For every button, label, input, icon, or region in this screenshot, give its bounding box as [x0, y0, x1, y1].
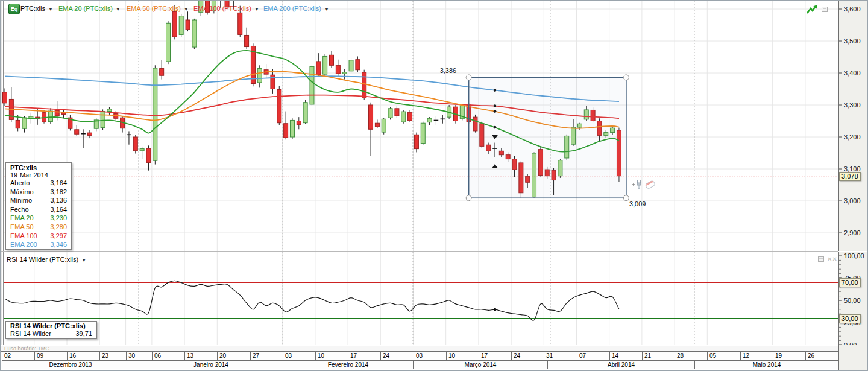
candle-body [146, 148, 151, 162]
week-tick: 26 [805, 352, 838, 360]
week-tick: 27 [250, 352, 283, 360]
selection-handle[interactable] [466, 195, 471, 201]
week-tick: 09 [34, 352, 67, 360]
chevron-down-icon[interactable]: ▼ [48, 7, 53, 12]
candle-body [245, 35, 249, 46]
svg-text:3,600: 3,600 [844, 5, 861, 13]
candle-body [140, 149, 144, 151]
restore-panel-icon[interactable] [818, 256, 824, 262]
series-toggle-20[interactable]: EMA 20 (PTC:xlis)▼ [58, 5, 121, 12]
series-label: EMA 50 (PTC:xlis) [127, 5, 181, 12]
candle-body [16, 120, 20, 128]
panel-divider[interactable] [1, 251, 838, 252]
candle-body [257, 69, 262, 83]
week-tick: 20 [217, 352, 250, 360]
rsi-axis[interactable]: 100,0075,0050,0025,000,00 [838, 252, 868, 345]
last-price-tag: 3,078 [839, 172, 861, 181]
symbol-selector[interactable]: PTC:xlis▼ [20, 5, 53, 12]
candle-body [87, 133, 92, 135]
svg-text:3,400: 3,400 [844, 69, 861, 77]
candle-body [192, 20, 197, 47]
eraser-icon[interactable] [645, 180, 655, 189]
week-tick: 10 [315, 352, 348, 360]
week-tick: 19 [773, 352, 805, 360]
rsi-value-dot [494, 308, 497, 311]
main-chart-canvas[interactable] [1, 1, 838, 251]
chevron-down-icon[interactable]: ▼ [184, 7, 189, 12]
svg-text:3,500: 3,500 [844, 37, 861, 45]
series-label: EMA 200 (PTC:xlis) [263, 5, 321, 12]
timezone-status: Fuso horário: TMG [1, 346, 838, 351]
price-axis[interactable]: 3,6003,5003,4003,3003,2003,1003,0002,900 [838, 1, 868, 251]
chevron-down-icon[interactable]: ▼ [116, 7, 121, 12]
selection-handle[interactable] [623, 75, 629, 80]
candle-body [303, 103, 307, 123]
week-tick: 21 [642, 352, 675, 360]
candle-body [238, 13, 242, 34]
rsi-header[interactable]: RSI 14 Wilder (PTC:xlis)▼ [7, 256, 86, 263]
rsi-chart-canvas[interactable] [1, 252, 838, 345]
series-label: EMA 100 (PTC:xlis) [193, 5, 251, 12]
series-toggle-100[interactable]: EMA 100 (PTC:xlis)▼ [193, 5, 259, 12]
tooltip-row: Aberto3,164 [6, 179, 71, 188]
candle-body [330, 55, 334, 65]
tooltip-symbol: PTC:xlis [6, 163, 71, 171]
close-panel-icon[interactable]: ✕✕ [827, 256, 837, 262]
selection-handle[interactable] [466, 75, 471, 80]
candle-body [179, 16, 183, 35]
month-cell: Janeiro 2014 [139, 360, 283, 369]
svg-text:3,300: 3,300 [844, 101, 861, 109]
selection-handle[interactable] [623, 195, 629, 201]
candle-body [3, 92, 7, 103]
chevron-down-icon[interactable]: ▼ [254, 7, 259, 12]
week-tick: 17 [348, 352, 380, 360]
candle-body [297, 121, 301, 125]
add-tool-icon[interactable] [632, 180, 641, 189]
candle-body [395, 109, 399, 116]
candle-body [336, 65, 340, 74]
candle-body [160, 69, 164, 76]
candle-body [55, 110, 59, 116]
week-tick: 16 [67, 352, 99, 360]
selection-box[interactable] [466, 75, 629, 201]
week-tick: 03 [414, 352, 446, 360]
rsi-line[interactable] [5, 281, 619, 320]
series-toggle-200[interactable]: EMA 200 (PTC:xlis)▼ [263, 5, 329, 12]
week-tick: 12 [740, 352, 773, 360]
restore-window-icon[interactable] [822, 7, 828, 12]
candle-body [316, 62, 321, 75]
candle-body [277, 90, 281, 123]
candle-body [75, 130, 79, 134]
week-tick: 31 [544, 352, 576, 360]
trend-flash-icon[interactable] [806, 4, 818, 15]
svg-text:2,900: 2,900 [844, 229, 861, 236]
svg-text:100,00: 100,00 [844, 252, 864, 259]
candle-body [153, 68, 157, 160]
chevron-down-icon[interactable]: ▼ [324, 7, 329, 12]
week-tick: 03 [283, 352, 315, 360]
week-tick: 05 [707, 352, 740, 360]
candle-body [356, 60, 360, 70]
candle-body [284, 124, 288, 138]
week-tick: 07 [577, 352, 609, 360]
symbol-label: PTC:xlis [20, 5, 45, 12]
month-cell: Dezembro 2013 [2, 360, 139, 369]
svg-text:3,200: 3,200 [844, 133, 861, 141]
candle-body [362, 72, 366, 98]
candle-body [172, 11, 177, 37]
chevron-down-icon[interactable]: ▼ [81, 258, 86, 263]
time-axis[interactable]: 0209162330061320270310172403101724310714… [1, 351, 838, 369]
candle-body [414, 135, 418, 148]
rsi-tooltip: RSI 14 Wilder (PTC:xlis) RSI 14 Wilder 3… [5, 321, 97, 339]
candle-body [349, 60, 353, 71]
week-tick: 24 [511, 352, 544, 360]
candle-body [186, 20, 190, 30]
series-toggle-50[interactable]: EMA 50 (PTC:xlis)▼ [127, 5, 189, 12]
candle-body [369, 105, 373, 129]
candle-body [101, 112, 105, 128]
selection-tools [630, 178, 656, 191]
candle-body [22, 118, 27, 128]
candle-body [290, 120, 294, 137]
series-label: EMA 20 (PTC:xlis) [58, 5, 113, 12]
week-tick: 28 [675, 352, 707, 360]
